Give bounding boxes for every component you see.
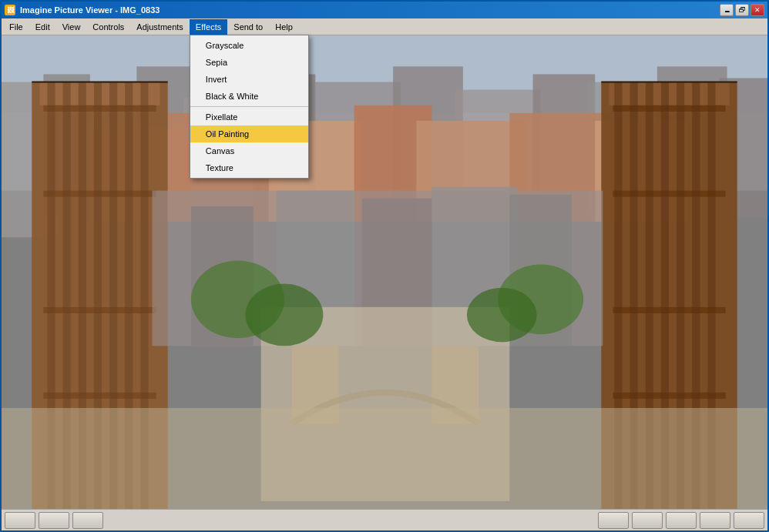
menu-controls[interactable]: Controls: [86, 19, 130, 35]
menu-file[interactable]: File: [3, 19, 29, 35]
menu-sendto[interactable]: Send to: [227, 19, 269, 35]
title-bar: 🖼 Imagine Picture Viewer - IMG_0833 🗕 🗗 …: [2, 2, 767, 18]
menu-effect-blackwhite[interactable]: Black & White: [190, 88, 308, 105]
menu-effect-texture[interactable]: Texture: [190, 159, 308, 176]
status-button-1[interactable]: [5, 512, 35, 529]
main-window: 🖼 Imagine Picture Viewer - IMG_0833 🗕 🗗 …: [0, 0, 769, 532]
status-button-3[interactable]: [72, 512, 103, 529]
status-button-2[interactable]: [39, 512, 69, 529]
effects-dropdown: Grayscale Sepia Invert Black & White Pix…: [190, 35, 309, 179]
menu-adjustments[interactable]: Adjustments: [130, 19, 190, 35]
menu-help[interactable]: Help: [269, 19, 299, 35]
status-button-5[interactable]: [632, 512, 663, 529]
minimize-button[interactable]: 🗕: [720, 4, 734, 16]
title-bar-controls: 🗕 🗗 ✕: [720, 4, 764, 16]
window-title: Imagine Picture Viewer - IMG_0833: [20, 5, 160, 15]
svg-point-60: [467, 288, 537, 343]
dropdown-separator: [190, 106, 308, 107]
menu-effect-pixellate[interactable]: Pixellate: [190, 109, 308, 125]
menu-effect-oilpainting[interactable]: Oil Painting: [190, 125, 308, 142]
menu-effect-sepia[interactable]: Sepia: [190, 54, 308, 71]
status-bar: [2, 509, 767, 530]
restore-button[interactable]: 🗗: [735, 4, 749, 16]
svg-point-58: [246, 284, 324, 346]
status-button-6[interactable]: [666, 512, 697, 529]
menu-view[interactable]: View: [56, 19, 87, 35]
menu-effects[interactable]: Effects Grayscale Sepia Invert Black & W…: [190, 19, 227, 35]
status-button-4[interactable]: [598, 512, 629, 529]
status-button-7[interactable]: [700, 512, 730, 529]
image-area: [2, 35, 767, 509]
menu-effect-invert[interactable]: Invert: [190, 71, 308, 88]
close-button[interactable]: ✕: [751, 4, 764, 16]
image-canvas: [2, 35, 767, 509]
menu-effect-grayscale[interactable]: Grayscale: [190, 37, 308, 54]
svg-rect-61: [2, 408, 767, 509]
status-button-8[interactable]: [734, 512, 764, 529]
app-icon: 🖼: [5, 5, 15, 15]
menu-effect-canvas[interactable]: Canvas: [190, 142, 308, 159]
menu-bar: File Edit View Controls Adjustments Effe…: [2, 18, 767, 35]
menu-edit[interactable]: Edit: [29, 19, 56, 35]
title-bar-text: 🖼 Imagine Picture Viewer - IMG_0833: [5, 5, 160, 15]
